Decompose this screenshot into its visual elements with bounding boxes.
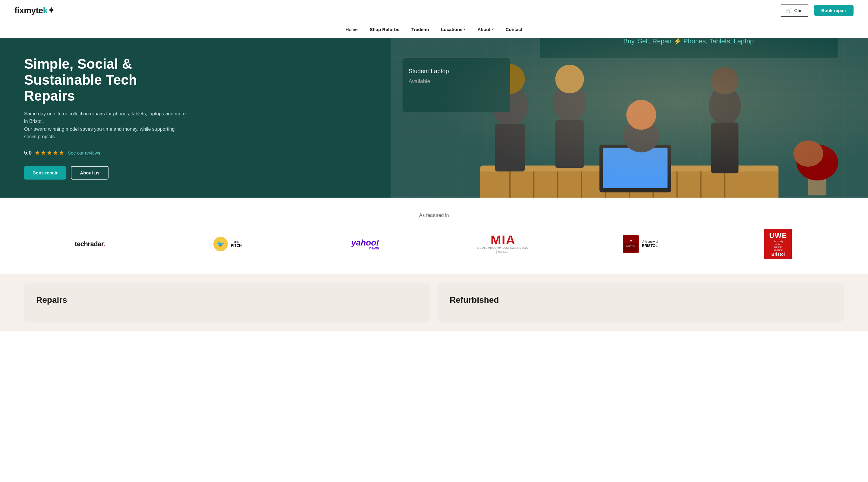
nav-item-about[interactable]: About ▾: [477, 27, 493, 32]
mia-subtitle: MOBILE INDUSTRY DUEL AWARDS 2023: [477, 247, 528, 249]
logos-row: techradar. 🐦 THE PITCH yahoo! news: [24, 229, 844, 259]
review-link[interactable]: See our reviews: [68, 150, 100, 155]
bristol-crest-area: ⚜ BRISTOL: [623, 235, 639, 253]
logo-techradar: techradar.: [24, 240, 156, 248]
nav-label-contact: Contact: [506, 27, 523, 32]
chevron-down-icon: ▾: [464, 27, 465, 31]
uwe-bristol-label: Bristol: [772, 252, 785, 257]
hero-section: Simple, Social & Sustainable Tech Repair…: [0, 38, 868, 198]
hero-content: Simple, Social & Sustainable Tech Repair…: [0, 38, 211, 198]
uwe-container: UWE Universityof theWest ofEngland Brist…: [764, 229, 792, 259]
mia-i: I: [502, 234, 505, 247]
mia-letters: M I A: [491, 234, 515, 247]
hero-subtitle-line2: Our award winning model saves you time a…: [24, 127, 175, 139]
about-us-button[interactable]: About us: [71, 166, 108, 180]
svg-point-20: [495, 64, 525, 94]
svg-text:Buy, Sell, Repair ⚡ Phones, Ta: Buy, Sell, Repair ⚡ Phones, Tablets, Lap…: [623, 38, 754, 45]
hero-image: fixmytek Buy, Sell, Repair ⚡ Phones, Tab…: [391, 38, 868, 198]
book-repair-button-header[interactable]: Book repair: [814, 5, 854, 16]
pitch-circle: 🐦: [213, 237, 228, 251]
techradar-dot: .: [103, 240, 105, 248]
rating-row: 5.0 ★★★★★ See our reviews: [24, 149, 187, 156]
shop-svg: fixmytek Buy, Sell, Repair ⚡ Phones, Tab…: [391, 38, 868, 198]
logo-yahoo-news: yahoo! news: [299, 238, 431, 250]
nav-label-home: Home: [346, 27, 358, 32]
cart-label: Cart: [794, 8, 803, 13]
cart-button[interactable]: 🛒 Cart: [780, 4, 809, 17]
svg-rect-33: [403, 58, 510, 112]
nav-label-locations: Locations: [441, 27, 462, 32]
svg-point-19: [492, 85, 528, 127]
header-actions: 🛒 Cart Book repair: [780, 4, 854, 17]
refurbished-card[interactable]: Refurbished: [438, 283, 844, 322]
svg-text:Available: Available: [408, 78, 430, 84]
hero-subtitle-line1: Same day on-site or collection repairs f…: [24, 111, 186, 124]
svg-rect-17: [599, 144, 671, 192]
svg-rect-30: [808, 165, 826, 195]
svg-point-26: [626, 100, 656, 130]
pitch-the: THE: [231, 241, 242, 244]
stars: ★★★★★: [35, 149, 65, 156]
logo-uwe: UWE Universityof theWest ofEngland Brist…: [712, 229, 844, 259]
bristol-text: University of BRISTOL: [642, 240, 658, 248]
featured-title: As featured in: [24, 213, 844, 218]
svg-point-27: [709, 87, 741, 125]
uwe-text: UWE: [769, 231, 787, 240]
cards-section: Repairs Refurbished: [0, 274, 868, 331]
svg-text:Student Laptop: Student Laptop: [408, 68, 449, 74]
main-nav: Home Shop Refurbs Trade-in Locations ▾ A…: [0, 21, 868, 38]
book-repair-button[interactable]: Book repair: [24, 166, 66, 180]
svg-rect-1: [391, 38, 868, 198]
mia-nominee: Nominee: [496, 250, 509, 254]
nav-item-shop-refurbs[interactable]: Shop Refurbs: [370, 27, 399, 32]
rating-number: 5.0: [24, 150, 32, 156]
hero-image-overlay: fixmytek Buy, Sell, Repair ⚡ Phones, Tab…: [391, 38, 868, 198]
svg-rect-2: [540, 38, 838, 58]
svg-point-28: [711, 67, 738, 95]
repairs-card[interactable]: Repairs: [24, 283, 430, 322]
svg-rect-0: [391, 38, 868, 198]
yahoo-container: yahoo! news: [351, 238, 379, 250]
bristol-university: University of: [642, 240, 658, 244]
bristol-container: ⚜ BRISTOL University of BRISTOL: [623, 235, 658, 253]
svg-rect-24: [555, 120, 584, 168]
nav-item-home[interactable]: Home: [346, 27, 358, 32]
hero-buttons: Book repair About us: [24, 166, 187, 180]
svg-point-23: [555, 65, 584, 93]
nav-item-locations[interactable]: Locations ▾: [441, 27, 465, 32]
logo-mia: M I A MOBILE INDUSTRY DUEL AWARDS 2023 N…: [437, 234, 569, 254]
nav-label-trade-in: Trade-in: [411, 27, 429, 32]
hero-subtitle: Same day on-site or collection repairs f…: [24, 110, 187, 141]
svg-point-31: [796, 144, 838, 181]
nav-item-trade-in[interactable]: Trade-in: [411, 27, 429, 32]
mia-container: M I A MOBILE INDUSTRY DUEL AWARDS 2023 N…: [477, 234, 528, 254]
svg-text:BRISTOL: BRISTOL: [626, 245, 635, 247]
svg-point-22: [553, 84, 587, 122]
bristol-crest-svg: ⚜ BRISTOL: [623, 235, 639, 253]
featured-section: As featured in techradar. 🐦 THE PITCH ya…: [0, 198, 868, 274]
svg-text:⚜: ⚜: [629, 239, 632, 242]
svg-rect-6: [480, 171, 778, 198]
chevron-down-icon: ▾: [492, 27, 494, 31]
svg-rect-21: [495, 124, 525, 171]
uwe-subtitle: Universityof theWest ofEngland: [773, 240, 783, 251]
logo[interactable]: fixmytek✦: [14, 5, 54, 15]
cart-icon: 🛒: [786, 8, 792, 13]
svg-rect-5: [480, 165, 778, 198]
mia-a: A: [506, 234, 515, 247]
shop-photo: fixmytek Buy, Sell, Repair ⚡ Phones, Tab…: [391, 38, 868, 198]
svg-point-32: [794, 140, 824, 167]
nav-label-shop-refurbs: Shop Refurbs: [370, 27, 399, 32]
nav-label-about: About: [477, 27, 490, 32]
logo-highlight: k: [43, 6, 48, 15]
svg-rect-18: [603, 148, 668, 188]
refurbished-card-title: Refurbished: [450, 295, 832, 305]
pitch-logo: 🐦 THE PITCH: [213, 237, 242, 251]
mia-m: M: [491, 234, 501, 247]
logo-the-pitch: 🐦 THE PITCH: [162, 237, 293, 251]
pitch-text: THE PITCH: [231, 241, 242, 248]
nav-item-contact[interactable]: Contact: [506, 27, 523, 32]
techradar-text: techradar.: [75, 240, 105, 248]
logo-bristol: ⚜ BRISTOL University of BRISTOL: [575, 235, 707, 253]
svg-point-25: [623, 119, 659, 153]
